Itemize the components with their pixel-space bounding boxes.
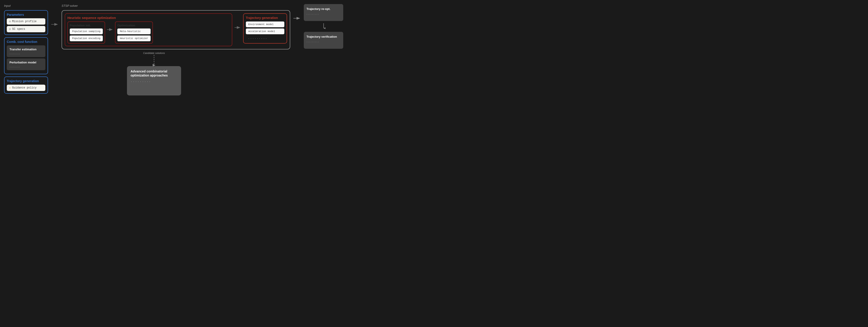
bottom-section: Candidate solutions Advanced com	[62, 52, 290, 95]
heuristic-optimizer-item: Heuristic optimizer	[117, 35, 150, 41]
advanced-title: Advanced combinatorial optimization appr…	[131, 69, 178, 78]
acceleration-model-item: Acceleration model	[246, 28, 284, 34]
traj-gen-title: Trajectory generation	[246, 16, 284, 20]
population-sampling-label: Population sampling	[72, 30, 100, 33]
optimization-box: Optimization Meta-heuristic Heuristic op…	[115, 22, 153, 43]
traj-gen-left-title: Trajectory generation	[7, 79, 45, 83]
population-init-box: Population init. Population sampling Pop…	[67, 22, 105, 43]
cost-function-section: Comb. cost function Transfer estimation …	[4, 37, 48, 74]
population-encoding-label: Population encoding	[72, 37, 100, 40]
perturbation-model-label: Perturbation model	[9, 61, 36, 64]
arrow-h-svg-1	[107, 28, 113, 31]
verification-title: Trajectory verification	[307, 35, 341, 38]
parameters-section: Parameters ⚙ Mission profile ⚙ SC specs	[4, 10, 48, 35]
arrow-right-svg	[51, 22, 58, 27]
transfer-dots: .........	[9, 52, 42, 55]
verification-box: Trajectory verification .........	[304, 32, 343, 49]
main-container: Input Parameters ⚙ Mission profile ⚙ SC …	[4, 4, 343, 95]
parameters-title: Parameters	[7, 13, 45, 17]
stsp-panel: STSP solver Heuristic sequence optimizat…	[62, 4, 290, 95]
heuristic-to-trajgen-arrow	[235, 13, 241, 29]
dashed-arrow-area: Candidate solutions Advanced com	[127, 52, 181, 95]
meta-heuristic-item: Meta-heuristic	[117, 28, 150, 34]
sc-specs-item: ⚙ SC specs	[7, 26, 45, 32]
population-encoding-item: Population encoding	[70, 35, 103, 41]
heuristic-title: Heuristic sequence optimization	[67, 16, 229, 20]
traj-gen-dots: .........	[246, 35, 284, 41]
population-sampling-item: Population sampling	[70, 28, 103, 34]
candidate-solutions-label: Candidate solutions	[143, 52, 165, 54]
mission-profile-label: Mission profile	[12, 20, 36, 23]
stsp-outer-box: Heuristic sequence optimization Populati…	[62, 10, 290, 50]
acceleration-model-label: Acceleration model	[248, 30, 275, 33]
sc-specs-label: SC specs	[12, 28, 25, 31]
environment-model-item: Environment model	[246, 22, 284, 27]
reopt-title: Trajectory re-opt.	[307, 7, 341, 10]
dashed-arrow-svg	[152, 55, 156, 66]
environment-model-label: Environment model	[248, 23, 274, 26]
arrow-right-svg-2	[293, 17, 301, 20]
gear-icon-1: ⚙	[9, 20, 11, 23]
cost-function-title: Comb. cost function	[7, 40, 45, 43]
dashed-arrow	[152, 55, 156, 66]
heuristic-inner-row: Population init. Population sampling Pop…	[67, 22, 229, 43]
opt-title: Optimization	[117, 24, 150, 27]
perturbation-dots: .........	[9, 65, 42, 68]
right-panel: Trajectory re-opt. ......... Trajectory …	[304, 4, 343, 49]
reopt-box: Trajectory re-opt. .........	[304, 4, 343, 21]
guidance-policy-label: Guidance policy	[12, 86, 36, 89]
guidance-policy-item: ✦ Guidance policy	[7, 85, 45, 91]
input-label: Input	[4, 4, 48, 7]
gear-icon-2: ⚙	[9, 27, 11, 31]
pop-to-opt-arrow	[107, 22, 113, 31]
reopt-dots: .........	[307, 12, 341, 15]
stsp-top-row: Heuristic sequence optimization Populati…	[65, 13, 287, 46]
advanced-dots: .........	[131, 80, 178, 83]
mission-profile-item: ⚙ Mission profile	[7, 18, 45, 25]
transfer-estimation-label: Transfer estimation	[9, 48, 36, 51]
stsp-label: STSP solver	[62, 4, 290, 7]
traj-gen-left-section: Trajectory generation ✦ Guidance policy	[4, 77, 48, 94]
traj-gen-box: Trajectory generation Environment model …	[243, 13, 287, 43]
verification-dots: .........	[307, 40, 341, 43]
stsp-to-right-arrow	[293, 4, 301, 20]
advanced-box: Advanced combinatorial optimization appr…	[127, 66, 181, 95]
star-icon: ✦	[9, 86, 11, 90]
input-panel: Input Parameters ⚙ Mission profile ⚙ SC …	[4, 4, 48, 94]
heuristic-box: Heuristic sequence optimization Populati…	[65, 13, 232, 46]
arrow-h-svg-2	[235, 26, 241, 29]
input-to-stsp-arrow	[51, 4, 58, 27]
transfer-estimation-item: Transfer estimation .........	[7, 46, 45, 57]
down-arrow	[304, 23, 343, 30]
heuristic-optimizer-label: Heuristic optimizer	[120, 37, 148, 40]
pop-init-title: Population init.	[70, 24, 103, 27]
arrow-down-svg	[322, 23, 326, 30]
meta-heuristic-label: Meta-heuristic	[120, 30, 141, 33]
perturbation-model-item: Perturbation model .........	[7, 58, 45, 70]
